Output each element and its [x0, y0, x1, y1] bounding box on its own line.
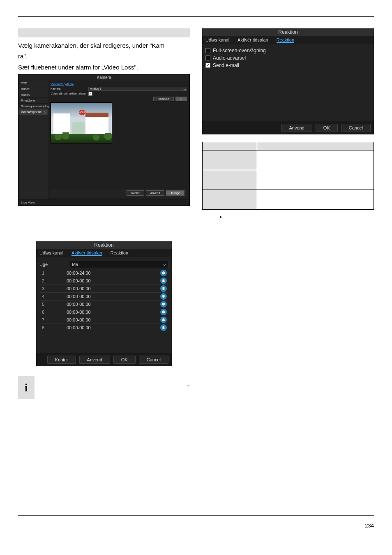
row-time[interactable]: 00:00-00:00 [64, 293, 160, 300]
table-row [203, 170, 374, 190]
menu-sabotage[interactable]: Sabotageovervågning [18, 104, 48, 109]
kamera-select[interactable]: Analog 1 [88, 87, 187, 91]
tab-udlos-kanal[interactable]: Udløs kanal [205, 37, 229, 43]
reaction-item[interactable]: Audio-advarsel [205, 54, 371, 62]
note: i placeholder placeholder placeholder pl… [18, 376, 190, 399]
chevron-right-icon [42, 111, 46, 114]
reaktion-button[interactable]: Reaktion [153, 97, 174, 101]
tab-aktiver-tidsplan[interactable]: Aktivér tidsplan [71, 250, 102, 256]
intro-text-1: Vælg kamerakanalen, der skal redigeres, … [18, 42, 190, 50]
settings-icon[interactable]: ✻ [160, 285, 167, 292]
left-column: Vælg kamerakanalen, der skal redigeres, … [18, 28, 190, 399]
menu-billede[interactable]: Billede [18, 86, 48, 92]
live-view-link[interactable]: Live View [18, 199, 189, 206]
reaction-checkbox[interactable] [205, 63, 210, 68]
menu-videoafbrydelse[interactable]: Videoafbrydelse [18, 109, 48, 115]
intro-text-2: ra". [18, 52, 190, 60]
schedule-row: 800:00-00:00✻ [39, 324, 168, 331]
kamera-main: Videoafbrydelse Kamera Analog 1 Video af… [48, 81, 189, 199]
reaction-checkbox[interactable] [205, 48, 210, 53]
row-time[interactable]: 00:00-00:00 [64, 301, 160, 308]
page-number: 234 [365, 523, 374, 529]
row-kamera-label: Kamera [51, 87, 87, 90]
schedule-row: 500:00-00:00✻ [39, 300, 168, 308]
reaction-item[interactable]: Full-screen-overvågning [205, 47, 371, 54]
ok-button[interactable]: OK [316, 124, 338, 132]
row-index: 2 [39, 277, 64, 284]
abus-sign: ABUS [79, 110, 85, 115]
row-time[interactable]: 00:00-00:00 [64, 277, 160, 284]
menu-osd[interactable]: OSD [18, 81, 48, 86]
cancel-button[interactable]: Cancel [139, 356, 168, 364]
bottom-rule [18, 515, 374, 516]
reaction-item-label: Send e-mail [213, 62, 239, 68]
reaction-body: Full-screen-overvågningAudio-advarselSen… [202, 44, 374, 121]
schedule-row: 600:00-00:00✻ [39, 308, 168, 316]
kamera-side-menu: OSD Billede Motion PrivatZone Sabotageov… [18, 81, 48, 199]
settings-icon[interactable]: ✻ [160, 293, 167, 300]
reaction-checkbox[interactable] [205, 56, 210, 60]
row-index: 3 [39, 285, 64, 292]
row-index: 7 [39, 316, 64, 324]
row-time[interactable]: 00:00-00:00 [64, 324, 160, 331]
settings-icon[interactable]: ✻ [160, 324, 167, 331]
settings-icon[interactable]: ✻ [160, 301, 167, 308]
tab-reaktion[interactable]: Reaktion [111, 250, 128, 256]
row-time[interactable]: 00:00-00:00 [64, 316, 160, 324]
row-index: 6 [39, 308, 64, 316]
kopier-button[interactable]: Kopier [127, 190, 144, 196]
settings-icon[interactable]: ✻ [160, 270, 167, 276]
chevron-down-icon [163, 263, 166, 266]
reaction-item-label: Full-screen-overvågning [213, 48, 266, 53]
right-column: Reaktion Udløs kanal Aktivér tidsplan Re… [202, 28, 374, 399]
kamera-panel: Kamera OSD Billede Motion PrivatZone Sab… [18, 74, 190, 206]
tab-reaktion[interactable]: Reaktion [277, 37, 294, 43]
anvend-button[interactable]: Anvend [146, 190, 165, 196]
tab-aktiver-tidsplan[interactable]: Aktivér tidsplan [238, 37, 268, 43]
settings-icon[interactable]: ✻ [160, 309, 167, 315]
settings-icon[interactable]: ✻ [160, 278, 167, 284]
schedule-row: 200:00-00:00✻ [39, 277, 168, 284]
schedule-tabs: Udløs kanal Aktivér tidsplan Reaktion [36, 249, 172, 257]
cancel-button[interactable]: Cancel [341, 124, 371, 132]
anvend-button[interactable]: Anvend [281, 124, 312, 132]
row-time[interactable]: 00:00-24:00 [64, 269, 160, 277]
reaktion-settings-button[interactable]: ☼ [175, 97, 187, 101]
menu-motion[interactable]: Motion [18, 92, 48, 98]
intro-text-3: Sæt fluebenet under alarm for „Video Los… [18, 63, 190, 72]
row-index: 1 [39, 269, 64, 277]
camera-preview: ABUS [51, 102, 112, 143]
menu-privatzone[interactable]: PrivatZone [18, 98, 48, 104]
kamera-panel-title: Kamera [18, 74, 189, 81]
row-time[interactable]: 00:00-00:00 [64, 285, 160, 292]
schedule-row: 100:00-24:00✻ [39, 269, 168, 277]
info-icon: i [18, 376, 35, 399]
row-kamera: Kamera Analog 1 [51, 87, 187, 91]
videoafbrydelse-link[interactable]: Videoafbrydelse [51, 82, 187, 86]
chevron-down-icon [183, 88, 186, 90]
alarm-checkbox[interactable] [88, 92, 92, 96]
columns: Vælg kamerakanalen, der skal redigeres, … [18, 28, 374, 399]
settings-icon[interactable]: ✻ [160, 317, 167, 323]
parameter-table [202, 142, 374, 210]
row-time[interactable]: 00:00-00:00 [64, 308, 160, 316]
table-row [203, 190, 374, 210]
schedule-row: 300:00-00:00✻ [39, 284, 168, 292]
reaction-footer: Anvend OK Cancel [202, 121, 374, 134]
reaction-item[interactable]: Send e-mail [205, 62, 371, 69]
bullet-list [210, 214, 374, 220]
bullet-item [226, 214, 374, 220]
kopier-button[interactable]: Kopier [47, 356, 76, 364]
row-index: 8 [39, 324, 64, 331]
top-rule [18, 16, 374, 17]
ok-button[interactable]: OK [113, 356, 136, 364]
reaction-item-label: Audio-advarsel [213, 55, 246, 61]
schedule-dialog: Reaktion Udløs kanal Aktivér tidsplan Re… [36, 241, 172, 366]
tab-udlos-kanal[interactable]: Udløs kanal [39, 250, 63, 256]
tilbage-button[interactable]: Tilbage [166, 190, 184, 196]
row-alarm-label: Video afbrudt, aktiver alarm [51, 92, 87, 95]
week-label: Uge [39, 262, 64, 267]
schedule-title: Reaktion [36, 241, 172, 249]
day-select[interactable]: Ma [69, 261, 168, 268]
anvend-button[interactable]: Anvend [79, 356, 110, 364]
